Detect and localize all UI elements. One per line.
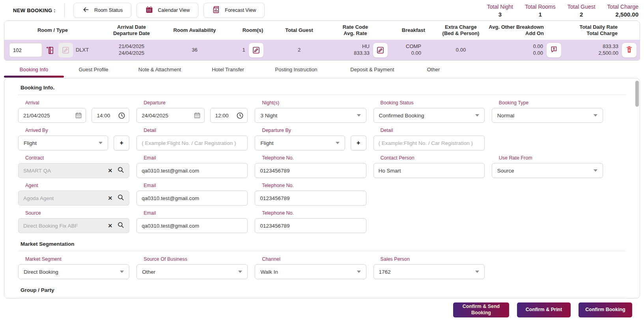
channel-select[interactable]: Walk In [255,264,366,279]
arrival-label: Arrival [25,100,129,106]
departure-by-value: Flight [260,140,273,146]
chevron-down-icon [99,142,103,144]
sales-person-select[interactable]: 1762 [373,264,485,279]
avg-other-cell: 0.000.00 [485,43,564,57]
contract-phone-input[interactable] [255,163,366,178]
extra-charge-cell: 0.00 [436,47,485,54]
tab-deposit-payment[interactable]: Deposit & Payment [333,61,412,78]
tab-booking-info[interactable]: Booking Info [4,61,64,78]
confirm-print-button[interactable]: Confirm & Print [517,302,571,317]
section-divider [18,95,626,95]
chevron-down-icon [357,271,361,273]
forecast-view-button[interactable]: Forecast View [203,3,265,18]
source-of-business-label: Source Of Business [144,256,248,262]
stat-value: 2,500.00 [607,11,638,18]
empty-cell [492,256,603,279]
tab-guest-profile[interactable]: Guest Profile [64,61,123,78]
clear-icon[interactable]: ✕ [108,223,112,228]
departure-by-select[interactable]: Flight [255,135,345,150]
booking-tabs: Booking Info Guest Profile Note & Attach… [4,61,640,78]
chevron-down-icon [475,271,479,273]
comment-plus-icon [550,45,558,55]
col-extra-charge: Extra Charge(Bed & Person) [436,24,485,37]
market-segment-select[interactable]: Direct Booking [18,264,129,279]
clock-icon[interactable] [118,112,125,119]
booking-type-select[interactable]: Normal [492,108,603,123]
scrollbar-thumb[interactable] [635,81,639,107]
market-segment-label: Market Segment [25,256,129,262]
field-channel: Channel Walk In [255,256,366,279]
guest-cell: 2 [278,47,320,54]
source-email-input[interactable] [136,218,248,233]
clear-icon[interactable]: ✕ [108,168,112,173]
edit-rooms-button[interactable] [249,43,263,57]
field-source-email: Email [136,210,248,233]
delete-row-button[interactable] [622,43,637,57]
room-status-button[interactable]: Room Status [73,3,131,18]
confirm-booking-button[interactable]: Confirm Booking [579,302,632,317]
calendar-view-button[interactable]: Calendar View [136,3,198,18]
stat-value: 1 [525,11,556,18]
source-of-business-select[interactable]: Other [136,264,248,279]
calendar-icon[interactable] [194,112,201,119]
agent-search-field[interactable]: Agoda Agent ✕ [18,191,129,206]
tab-other[interactable]: Other [412,61,455,78]
agent-label: Agent [25,183,129,188]
clock-icon[interactable] [236,112,244,119]
confirm-send-booking-button[interactable]: Confirm & Send Booking [453,302,509,317]
email-label: Email [144,155,248,161]
topbar: NEW BOOKING : Room Status Calendar View … [0,0,644,20]
rooms-cell: 1 [227,43,278,57]
use-rate-from-select[interactable]: Source [492,163,603,178]
email-label: Email [144,183,248,188]
field-agent-email: Email [136,183,248,206]
empty-cell [492,183,603,206]
booking-status-select[interactable]: Confirmed Booking [373,108,485,123]
arrived-by-label: Arrived By [25,128,129,133]
col-room-availability: Room Availability [162,27,227,33]
booking-room-row: DLXT 21/04/202524/04/2025 36 1 2 HU833.3… [4,40,640,60]
source-phone-input[interactable] [255,218,366,233]
agent-phone-input[interactable] [255,191,366,206]
tab-posting-instruction[interactable]: Posting Instruction [259,61,333,78]
total-cell: 833.332,500.00 [564,43,640,57]
calendar-icon[interactable] [75,112,82,119]
tab-hotel-transfer[interactable]: Hotel Transfer [196,61,259,78]
clear-icon[interactable]: ✕ [108,195,112,201]
field-contact-person: Contact Person [373,155,485,178]
room-type-code: DLXT [76,47,89,54]
add-departure-transport-button[interactable]: + [351,135,366,150]
telephone-label: Telephone No. [262,155,366,161]
search-icon[interactable] [117,194,124,202]
agent-email-input[interactable] [136,191,248,206]
contact-person-input[interactable] [373,163,485,178]
contract-email-input[interactable] [136,163,248,178]
edit-rate-button[interactable] [373,43,388,57]
breakfast-cell: COMP0.00 [391,43,436,57]
market-segment-value: Direct Booking [24,269,58,275]
search-icon[interactable] [117,221,124,230]
arrived-by-select[interactable]: Flight [18,135,108,150]
add-arrival-transport-button[interactable]: + [114,135,129,150]
nights-select[interactable]: 3 Night [255,108,366,123]
stat-label: Total Rooms [525,4,556,10]
arrival-detail-input[interactable] [136,135,248,150]
chevron-down-icon [120,271,124,273]
use-rate-from-label: Use Rate From [499,155,603,161]
room-number-input[interactable] [9,43,42,57]
footer-actions: Confirm & Send Booking Confirm & Print C… [0,299,644,317]
add-room-icon[interactable] [45,45,56,56]
col-rooms: Room(s) [227,27,278,33]
telephone-label: Telephone No. [262,183,366,188]
add-on-comment-button[interactable] [547,43,561,57]
stat-label: Total Guest [567,4,595,10]
chevron-down-icon [336,142,340,144]
source-search-field[interactable]: Direct Booking Fix ABF ✕ [18,218,129,233]
source-value: Direct Booking Fix ABF [23,223,103,229]
tab-note-attachment[interactable]: Note & Attachment [123,61,196,78]
field-departure-by: Departure By Flight + [255,128,366,150]
departure-detail-input[interactable] [373,135,485,150]
contract-search-field[interactable]: SMART QA ✕ [18,163,129,178]
contract-label: Contract [25,155,129,161]
search-icon[interactable] [117,166,124,175]
